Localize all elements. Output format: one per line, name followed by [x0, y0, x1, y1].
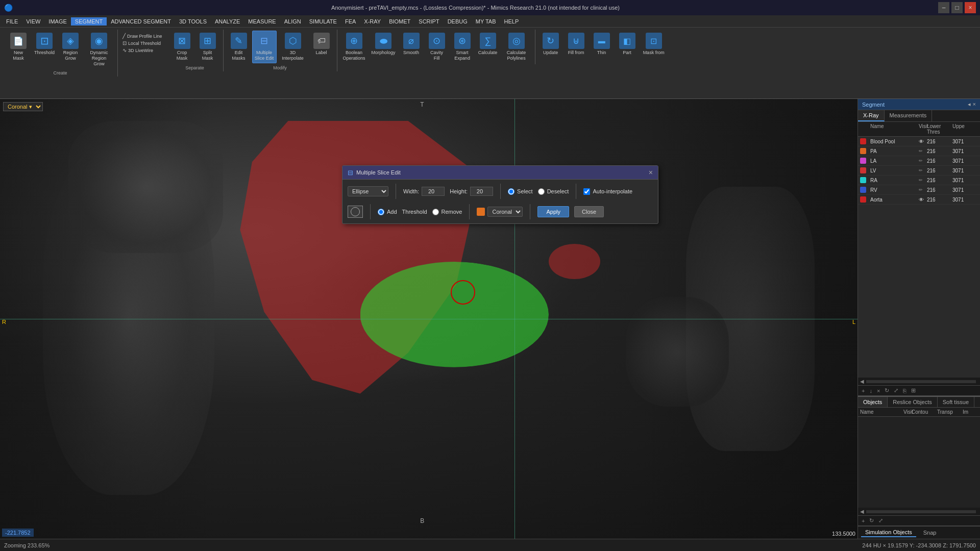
mse-width-input[interactable] [422, 187, 445, 196]
mse-autoint-checkbox[interactable] [583, 188, 590, 195]
mask-eye-aorta[interactable]: 👁 [919, 197, 927, 203]
mse-remove-radio[interactable] [432, 209, 439, 215]
region-grow-button[interactable]: ◈ RegionGrow [58, 31, 83, 68]
menu-debug[interactable]: DEBUG [444, 17, 472, 26]
paste-icon[interactable]: ⊞ [910, 387, 917, 394]
calculate-button[interactable]: ∑ Calculate [476, 31, 500, 63]
copy-icon[interactable]: ⎘ [901, 387, 908, 394]
menu-fea[interactable]: FEA [341, 17, 360, 26]
mse-apply-button[interactable]: Apply [537, 206, 569, 217]
smooth-button[interactable]: ⌀ Smooth [399, 31, 424, 63]
dynamic-region-button[interactable]: ◉ Dynamic RegionGrow [84, 31, 114, 68]
mse-close-button[interactable]: Close [574, 206, 604, 217]
sim-objects-tab[interactable]: Simulation Objects [861, 528, 916, 537]
multiple-slice-edit-button[interactable]: ⊟ MultipleSlice Edit [252, 31, 277, 63]
toolbar-group-profile: ╱ Draw Profile Line ⊡ Local Threshold ∿ … [118, 30, 167, 55]
orientation-dropdown[interactable]: Coronal ▾ [3, 102, 43, 111]
menu-xray[interactable]: X-RAY [360, 17, 385, 26]
menu-3d-tools[interactable]: 3D TOOLS [175, 17, 211, 26]
menu-advanced-segment[interactable]: ADVANCED SEGMENT [107, 17, 175, 26]
expand-icon2[interactable]: ⤢ [892, 387, 900, 394]
menu-simulate[interactable]: SIMULATE [305, 17, 341, 26]
delete-icon[interactable]: × [875, 387, 881, 394]
maximize-button[interactable]: □ [951, 2, 963, 13]
3d-livewire-button[interactable]: ∿ 3D LiveWire [121, 47, 164, 54]
thin-button[interactable]: ▬ Thin [590, 31, 614, 58]
mask-row-lv[interactable]: LV ✏ 216 3071 [858, 166, 980, 176]
tab-measurements[interactable]: Measurements [885, 110, 933, 121]
bottom-refresh-icon[interactable]: ↻ [868, 517, 875, 524]
local-threshold-button[interactable]: ⊡ Local Threshold [121, 40, 164, 46]
mse-height-input[interactable] [470, 187, 493, 196]
split-mask-button[interactable]: ⊞ SplitMask [195, 31, 220, 63]
close-button[interactable]: × [965, 2, 976, 13]
mse-shape-select[interactable]: Ellipse Circle Rectangle [348, 186, 388, 196]
mse-select-radio[interactable] [508, 188, 514, 195]
tab-xray[interactable]: X-Ray [858, 110, 885, 121]
mask-eye-blood-pool[interactable]: 👁 [919, 139, 927, 144]
cavity-fill-button[interactable]: ⊙ CavityFill [425, 31, 449, 63]
viewport[interactable]: Coronal ▾ T B [0, 99, 857, 539]
menu-analyze[interactable]: ANALYZE [211, 17, 244, 26]
update-button[interactable]: ↻ Update [538, 31, 563, 58]
menu-measure[interactable]: MEASURE [244, 17, 280, 26]
menu-file[interactable]: FILE [2, 17, 22, 26]
download-icon[interactable]: ↓ [868, 387, 874, 394]
tab-soft-tissue[interactable]: Soft tissue [938, 397, 974, 407]
mse-deselect-radio[interactable] [538, 188, 545, 195]
orientation-select[interactable]: Coronal ▾ [3, 102, 43, 111]
bottom-expand-icon[interactable]: ⤢ [877, 517, 885, 524]
bottom-scroll-left[interactable]: ◀ [860, 509, 864, 514]
mask-row-la[interactable]: LA ✏ 216 3071 [858, 156, 980, 166]
horizontal-scrollbar[interactable] [866, 380, 976, 383]
tab-reslice[interactable]: Reslice Objects [888, 397, 937, 407]
snap-tab[interactable]: Snap [919, 529, 941, 537]
crop-mask-button[interactable]: ⊠ CropMask [170, 31, 194, 63]
refresh-icon[interactable]: ↻ [883, 387, 891, 394]
edit-masks-button[interactable]: ✎ EditMasks [227, 31, 251, 63]
mask-pencil-lv[interactable]: ✏ [919, 168, 927, 173]
smart-expand-button[interactable]: ⊛ SmartExpand [450, 31, 475, 63]
calc-polylines-button[interactable]: ◎ Calculate Polylines [501, 31, 532, 63]
label-button[interactable]: 🏷 Label [309, 31, 334, 63]
menu-help[interactable]: HELP [500, 17, 523, 26]
mask-pencil-rv[interactable]: ✏ [919, 187, 927, 192]
3d-interpolate-button[interactable]: ⬡ 3D Interpolate [278, 31, 308, 63]
mask-row-ra[interactable]: RA ✏ 216 3071 [858, 176, 980, 185]
threshold-button[interactable]: ⊡ Threshold [32, 31, 57, 68]
mask-row-rv[interactable]: RV ✏ 216 3071 [858, 185, 980, 195]
mask-row-blood-pool[interactable]: Blood Pool 👁 216 3071 [858, 137, 980, 146]
menu-script[interactable]: SCRIPT [414, 17, 443, 26]
mask-pencil-ra[interactable]: ✏ [919, 178, 927, 183]
mse-add-radio[interactable] [378, 209, 384, 215]
morphology-button[interactable]: ⬬ Morphology [369, 31, 398, 63]
menu-view[interactable]: VIEW [22, 17, 44, 26]
mask-pencil-la[interactable]: ✏ [919, 158, 927, 163]
menu-align[interactable]: ALIGN [280, 17, 305, 26]
menu-image[interactable]: IMAGE [44, 17, 70, 26]
menu-biomet[interactable]: BIOMET [385, 17, 414, 26]
mse-slice-select[interactable]: Coronal Axial Sagittal [487, 207, 523, 217]
close-segment-icon[interactable]: × [973, 101, 976, 108]
part-button[interactable]: ◧ Part [615, 31, 640, 58]
mask-pencil-pa[interactable]: ✏ [919, 148, 927, 154]
draw-profile-line-button[interactable]: ╱ Draw Profile Line [121, 33, 164, 39]
mask-row-aorta[interactable]: Aorta 👁 216 3071 [858, 195, 980, 205]
mask-row-pa[interactable]: PA ✏ 216 3071 [858, 146, 980, 156]
add-action-icon[interactable]: + [860, 387, 866, 394]
bottom-add-icon[interactable]: + [860, 517, 866, 524]
boolean-ops-button[interactable]: ⊕ BooleanOperations [340, 31, 368, 63]
scroll-row: ◀ [858, 378, 980, 386]
expand-icon[interactable]: ◂ [968, 101, 971, 108]
statusbar: Zooming 233.65% 244 HU × 19.1579 Y: -234… [0, 539, 980, 551]
minimize-button[interactable]: – [938, 2, 949, 13]
menu-segment[interactable]: SEGMENT [71, 17, 107, 26]
fill-from-button[interactable]: ⊎ Fill from [564, 31, 589, 58]
mse-close-icon[interactable]: × [649, 168, 653, 177]
scroll-left-icon[interactable]: ◀ [860, 379, 864, 384]
mask-from-button[interactable]: ⊡ Mask from [641, 31, 667, 58]
bottom-horizontal-scrollbar[interactable] [866, 510, 976, 513]
new-mask-button[interactable]: 📄 NewMask [6, 31, 31, 68]
tab-objects[interactable]: Objects [858, 397, 888, 407]
menu-mytab[interactable]: MY TAB [472, 17, 500, 26]
